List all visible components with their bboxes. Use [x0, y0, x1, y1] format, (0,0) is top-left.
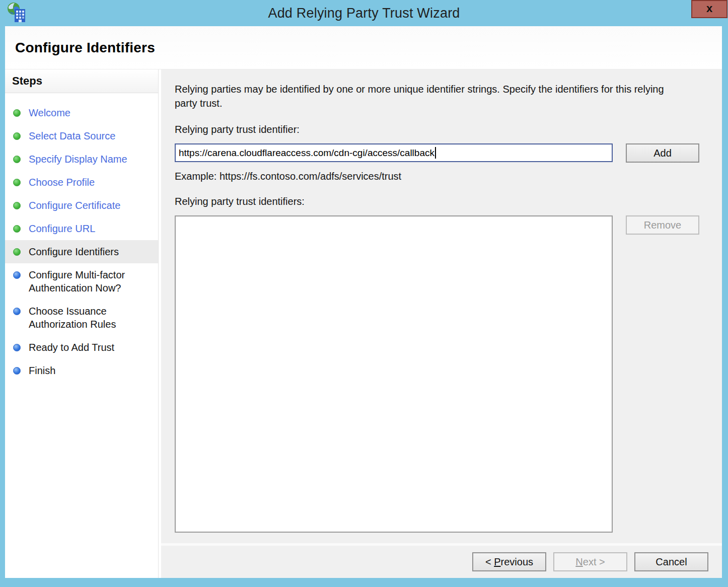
- step-welcome[interactable]: Welcome: [5, 101, 158, 124]
- step-configure-url[interactable]: Configure URL: [5, 217, 158, 240]
- step-label: Configure URL: [29, 222, 95, 235]
- step-label: Choose Issuance Authorization Rules: [29, 305, 153, 331]
- blue-bullet-icon: [13, 308, 21, 315]
- add-button[interactable]: Add: [626, 143, 699, 163]
- green-bullet-icon: [13, 109, 21, 117]
- blue-bullet-icon: [13, 344, 21, 351]
- step-select-data-source[interactable]: Select Data Source: [5, 124, 158, 148]
- blue-bullet-icon: [13, 271, 21, 279]
- identifiers-listbox[interactable]: [175, 215, 613, 533]
- step-label: Configure Multi-factor Authentication No…: [29, 268, 153, 295]
- step-label: Ready to Add Trust: [29, 341, 114, 354]
- next-button[interactable]: Next >: [553, 552, 627, 571]
- window-title: Add Relying Party Trust Wizard: [0, 6, 728, 21]
- step-choose-profile[interactable]: Choose Profile: [5, 171, 158, 194]
- step-specify-display-name[interactable]: Specify Display Name: [5, 148, 158, 171]
- steps-list: WelcomeSelect Data SourceSpecify Display…: [5, 93, 158, 382]
- step-configure-multi-factor-authentication-now: Configure Multi-factor Authentication No…: [5, 263, 158, 300]
- step-label: Configure Certificate: [29, 199, 120, 212]
- step-label: Configure Identifiers: [29, 245, 119, 258]
- step-label: Choose Profile: [29, 176, 95, 189]
- main-panel: Relying parties may be identified by one…: [161, 69, 722, 578]
- green-bullet-icon: [13, 248, 21, 256]
- close-button[interactable]: x: [691, 0, 727, 18]
- green-bullet-icon: [13, 202, 21, 209]
- step-configure-certificate[interactable]: Configure Certificate: [5, 194, 158, 217]
- page-header: Configure Identifiers: [5, 26, 722, 69]
- step-label: Specify Display Name: [29, 153, 127, 166]
- green-bullet-icon: [13, 132, 21, 140]
- step-choose-issuance-authorization-rules: Choose Issuance Authorization Rules: [5, 300, 158, 336]
- example-text: Example: https://fs.contoso.com/adfs/ser…: [175, 171, 699, 182]
- previous-button[interactable]: < Previous: [472, 552, 546, 571]
- green-bullet-icon: [13, 156, 21, 163]
- blue-bullet-icon: [13, 367, 21, 375]
- green-bullet-icon: [13, 179, 21, 186]
- identifiers-list-label: Relying party trust identifiers:: [175, 196, 699, 207]
- steps-header: Steps: [5, 69, 158, 93]
- steps-sidebar: Steps WelcomeSelect Data SourceSpecify D…: [5, 69, 159, 578]
- identifier-input[interactable]: https://carena.cloudflareaccess.com/cdn-…: [175, 143, 613, 162]
- step-finish: Finish: [5, 359, 158, 382]
- adfs-wizard-icon: [7, 2, 26, 24]
- step-configure-identifiers: Configure Identifiers: [5, 240, 158, 263]
- identifier-input-value: https://carena.cloudflareaccess.com/cdn-…: [179, 148, 434, 159]
- wizard-client-area: Configure Identifiers Steps WelcomeSelec…: [5, 26, 722, 578]
- green-bullet-icon: [13, 225, 21, 233]
- step-label: Select Data Source: [29, 129, 115, 142]
- intro-text: Relying parties may be identified by one…: [175, 82, 686, 110]
- title-bar: Add Relying Party Trust Wizard x: [0, 0, 728, 26]
- cancel-button[interactable]: Cancel: [634, 552, 708, 571]
- step-label: Welcome: [29, 106, 70, 119]
- wizard-footer: < Previous Next > Cancel: [161, 543, 722, 578]
- step-ready-to-add-trust: Ready to Add Trust: [5, 336, 158, 359]
- page-title: Configure Identifiers: [15, 40, 155, 56]
- step-label: Finish: [29, 364, 55, 377]
- identifier-field-label: Relying party trust identifier:: [175, 124, 699, 135]
- remove-button[interactable]: Remove: [626, 215, 699, 235]
- text-caret: [435, 147, 436, 159]
